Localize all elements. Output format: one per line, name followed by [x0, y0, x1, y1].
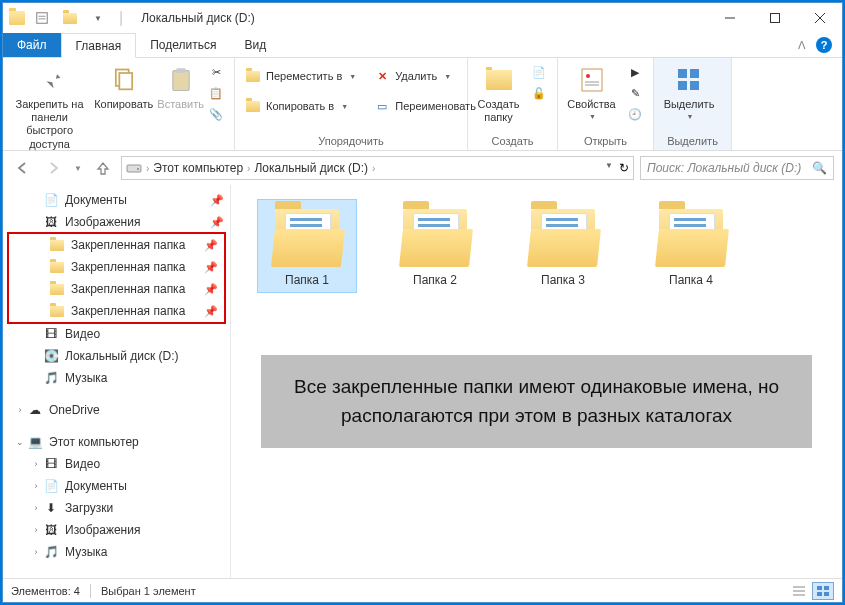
tree-local-d[interactable]: 💽Локальный диск (D:) [3, 345, 230, 367]
new-folder-button[interactable]: Создать папку [474, 60, 523, 124]
svg-point-12 [586, 74, 590, 78]
tree-images2[interactable]: ›🖼Изображения [3, 519, 230, 541]
view-details-button[interactable] [788, 582, 810, 600]
tree-pinned-1[interactable]: Закрепленная папка📌 [9, 234, 224, 256]
select-icon [673, 64, 705, 96]
tab-share[interactable]: Поделиться [136, 33, 230, 57]
pc-icon: 💻 [27, 434, 43, 450]
tree-docs2[interactable]: ›📄Документы [3, 475, 230, 497]
history-button[interactable]: 🕘 [623, 104, 647, 124]
search-input[interactable]: Поиск: Локальный диск (D:) 🔍 [640, 156, 834, 180]
svg-rect-15 [678, 69, 687, 78]
svg-rect-18 [690, 81, 699, 90]
tree-video[interactable]: 🎞Видео [3, 323, 230, 345]
tree-music[interactable]: 🎵Музыка [3, 367, 230, 389]
delete-icon: ✕ [374, 68, 390, 84]
edit-button[interactable]: ✎ [623, 83, 647, 103]
qat-newfolder-icon[interactable] [59, 7, 81, 29]
crumb-thispc[interactable]: Этот компьютер [153, 161, 243, 175]
svg-rect-17 [678, 81, 687, 90]
folder-item-2[interactable]: Папка 2 [385, 199, 485, 293]
pin-icon: 📌 [210, 216, 224, 229]
cut-button[interactable]: ✂ [204, 62, 228, 82]
pin-icon: 📌 [210, 194, 224, 207]
navigation-pane[interactable]: 📄Документы📌 🖼Изображения📌 Закрепленная п… [3, 185, 231, 578]
edit-icon: ✎ [627, 85, 643, 101]
new-item-button[interactable]: 📄 [527, 62, 551, 82]
help-icon[interactable]: ? [816, 37, 832, 53]
paste-shortcut-button[interactable]: 📎 [204, 104, 228, 124]
view-icons-button[interactable] [812, 582, 834, 600]
ribbon-tabs: Файл Главная Поделиться Вид ᐱ ? [3, 33, 842, 58]
tree-onedrive[interactable]: ›☁OneDrive [3, 399, 230, 421]
downloads-icon: ⬇ [43, 500, 59, 516]
annotation-highlight: Закрепленная папка📌 Закрепленная папка📌 … [7, 232, 226, 324]
svg-rect-26 [817, 592, 822, 596]
properties-icon [576, 64, 608, 96]
up-button[interactable] [91, 156, 115, 180]
tab-view[interactable]: Вид [230, 33, 280, 57]
folder-item-4[interactable]: Папка 4 [641, 199, 741, 293]
search-placeholder: Поиск: Локальный диск (D:) [647, 161, 801, 175]
address-bar-row: ▼ › Этот компьютер › Локальный диск (D:)… [3, 151, 842, 185]
content-pane[interactable]: Папка 1 Папка 2 Папка 3 Папка 4 Все закр… [231, 185, 842, 578]
select-all-button[interactable]: Выделить ▼ [660, 60, 718, 122]
qat-dropdown-icon[interactable]: ▼ [87, 7, 109, 29]
back-button[interactable] [11, 156, 35, 180]
minimize-button[interactable] [707, 3, 752, 33]
tree-downloads[interactable]: ›⬇Загрузки [3, 497, 230, 519]
tab-file[interactable]: Файл [3, 33, 61, 57]
maximize-button[interactable] [752, 3, 797, 33]
music-icon: 🎵 [43, 370, 59, 386]
copy-to-button[interactable]: Копировать в▼ [241, 96, 360, 116]
tree-music2[interactable]: ›🎵Музыка [3, 541, 230, 563]
tree-pinned-2[interactable]: Закрепленная папка📌 [9, 256, 224, 278]
refresh-icon[interactable]: ↻ [619, 161, 629, 175]
chevron-up-icon[interactable]: ᐱ [798, 39, 806, 52]
tree-videos2[interactable]: ›🎞Видео [3, 453, 230, 475]
drive-icon [126, 161, 142, 175]
drive-icon: 💽 [43, 348, 59, 364]
path-icon: 📋 [208, 85, 224, 101]
copy-button[interactable]: Копировать [94, 60, 153, 111]
tree-thispc[interactable]: ⌄💻Этот компьютер [3, 431, 230, 453]
recent-dropdown[interactable]: ▼ [71, 156, 85, 180]
svg-rect-10 [176, 68, 185, 73]
qat-properties-icon[interactable] [31, 7, 53, 29]
folder-item-3[interactable]: Папка 3 [513, 199, 613, 293]
tree-pinned-4[interactable]: Закрепленная папка📌 [9, 300, 224, 322]
document-icon: 📄 [43, 192, 59, 208]
addr-dropdown-icon[interactable]: ▼ [605, 161, 613, 175]
ribbon-group-create: Создать [474, 133, 551, 150]
easy-access-button[interactable]: 🔓 [527, 83, 551, 103]
rename-icon: ▭ [374, 98, 390, 114]
move-to-button[interactable]: Переместить в▼ [241, 66, 360, 86]
ribbon-group-open: Открыть [564, 133, 647, 150]
tree-documents[interactable]: 📄Документы📌 [3, 189, 230, 211]
svg-rect-0 [37, 13, 48, 24]
open-button[interactable]: ▶ [623, 62, 647, 82]
svg-rect-8 [119, 73, 132, 89]
delete-button[interactable]: ✕Удалить▼ [370, 66, 480, 86]
status-bar: Элементов: 4 Выбран 1 элемент [3, 578, 842, 602]
pin-quick-access-button[interactable]: Закрепить на панели быстрого доступа [9, 60, 90, 151]
properties-button[interactable]: Свойства ▼ [564, 60, 619, 122]
close-button[interactable] [797, 3, 842, 33]
crumb-drive[interactable]: Локальный диск (D:) [254, 161, 368, 175]
app-icon [9, 11, 25, 25]
tab-home[interactable]: Главная [61, 33, 137, 58]
rename-button[interactable]: ▭Переименовать [370, 96, 480, 116]
svg-rect-9 [173, 71, 189, 91]
paste-button[interactable]: Вставить [157, 60, 204, 111]
address-bar[interactable]: › Этот компьютер › Локальный диск (D:) ›… [121, 156, 634, 180]
copy-path-button[interactable]: 📋 [204, 83, 228, 103]
search-icon: 🔍 [812, 161, 827, 175]
forward-button[interactable] [41, 156, 65, 180]
tree-pinned-3[interactable]: Закрепленная папка📌 [9, 278, 224, 300]
scissors-icon: ✂ [208, 64, 224, 80]
tree-images[interactable]: 🖼Изображения📌 [3, 211, 230, 233]
folder-icon [271, 205, 343, 267]
folder-item-1[interactable]: Папка 1 [257, 199, 357, 293]
svg-rect-24 [817, 586, 822, 590]
svg-rect-16 [690, 69, 699, 78]
